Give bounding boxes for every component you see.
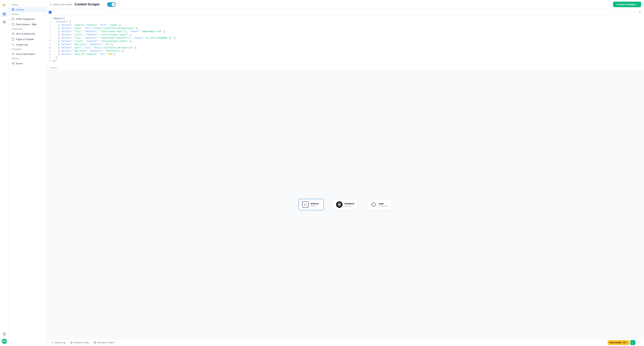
- sidebar-item-db-icon[interactable]: [1, 19, 8, 25]
- svg-rect-4: [4, 13, 6, 14]
- resp-node-type: Response: [378, 205, 388, 207]
- simulation-output-icon: [94, 341, 96, 344]
- output-log-tab[interactable]: Output Log: [50, 340, 68, 344]
- headless-node-name: headless: [344, 202, 354, 205]
- code-line: 6 { "action": "click", "selector": "butt…: [46, 33, 644, 37]
- svg-point-7: [3, 21, 6, 22]
- run-check-button[interactable]: ✓: [630, 340, 635, 345]
- run-model-button[interactable]: Run model ⌘↵: [608, 340, 630, 345]
- sidebar-item-pages-embeds[interactable]: Pages & Embeds: [9, 37, 46, 42]
- user-avatar[interactable]: MW: [2, 339, 7, 344]
- svg-rect-16: [12, 18, 14, 20]
- sidebar-item-activity-log[interactable]: Activity Log: [9, 42, 46, 47]
- output-log-label: Output Log: [55, 341, 66, 344]
- sharing-section-label: Sharing: [9, 57, 46, 61]
- back-button[interactable]: Back to all models: [50, 3, 72, 6]
- code-line: 3 { "action": "capture_response", "url":…: [46, 24, 644, 27]
- notes-bar: # Notes: [46, 65, 644, 70]
- code-line: 8 { "action": "click", "selector": "butt…: [46, 40, 644, 43]
- notes-icon[interactable]: [1, 331, 8, 337]
- content-area: − ⤢ ⊞ 1 =Object({ 2 "actions": [ 3 { "ac…: [46, 9, 644, 339]
- canvas-label: Canvas: [16, 8, 24, 11]
- run-more-button[interactable]: ⋯: [636, 340, 641, 345]
- testing-section-label: Testing: [9, 12, 46, 16]
- sidebar-item-icon-description[interactable]: Icon & Description: [9, 51, 46, 57]
- code-editor-toolbar: − ⤢ ⊞: [46, 9, 644, 16]
- svg-rect-5: [3, 14, 4, 15]
- pages-embeds-label: Pages & Embeds: [16, 38, 34, 41]
- activity-log-icon: [12, 43, 14, 46]
- run-model-shortcut: ⌘↵: [622, 341, 627, 344]
- svg-line-24: [12, 64, 13, 64]
- response-data-icon: [70, 341, 73, 344]
- svg-rect-3: [3, 13, 4, 14]
- connecting-section-label: Connecting: [9, 27, 46, 31]
- sidebar-item-canvas[interactable]: Canvas: [9, 7, 46, 12]
- expand-button[interactable]: ⤢: [632, 10, 636, 15]
- pages-embeds-icon: [12, 38, 14, 41]
- svg-rect-19: [12, 38, 14, 40]
- flow-node-headless[interactable]: headless Browser: [332, 199, 358, 210]
- data-pipeline-label: Data Pipeline: [16, 23, 30, 26]
- more-options-icon[interactable]: ⋯: [102, 3, 105, 6]
- apis-webhooks-label: API's & Webhooks: [16, 33, 35, 35]
- page-title: Content Scraper: [75, 3, 100, 6]
- svg-rect-15: [13, 10, 14, 11]
- flow-container: { } actions Object →: [298, 199, 392, 210]
- svg-point-27: [338, 204, 340, 205]
- icon-bar: MW: [0, 0, 9, 346]
- editor-actions: − ⤢ ⊞: [626, 10, 642, 15]
- sidebar: Editing Canvas Testing HTML Playground D…: [9, 0, 46, 346]
- html-playground-icon: [12, 18, 14, 20]
- code-content[interactable]: 1 =Object({ 2 "actions": [ 3 { "action":…: [46, 16, 644, 65]
- sidebar-item-canvas-icon[interactable]: [1, 11, 8, 17]
- svg-line-23: [12, 63, 13, 63]
- sidebar-item-export[interactable]: Export: [9, 61, 46, 66]
- data-pipeline-badge: Beta: [31, 23, 37, 26]
- code-line: 5 { "action": "fill", "selector": "input…: [46, 30, 644, 33]
- commit-button[interactable]: Commit changes...: [613, 2, 641, 7]
- code-line: 4 { "action": "goto", "url": "https://pl…: [46, 27, 644, 30]
- settings-button[interactable]: ⊞: [638, 10, 642, 15]
- response-data-tab[interactable]: Response Data: [68, 340, 91, 344]
- app-logo[interactable]: [2, 2, 7, 8]
- canvas-area[interactable]: { } actions Object →: [46, 70, 644, 339]
- code-line: 10 { "action": "goto", "url": "https://p…: [46, 46, 644, 50]
- svg-marker-18: [12, 33, 14, 34]
- export-label: Export: [16, 62, 23, 65]
- svg-rect-17: [12, 23, 14, 26]
- minimize-button[interactable]: −: [626, 10, 630, 15]
- flow-arrow-1: →: [324, 203, 332, 207]
- enable-toggle[interactable]: ⚡: [107, 2, 116, 7]
- code-block-indicator: [49, 11, 52, 14]
- actions-node-name: actions: [310, 202, 319, 205]
- simulation-output-tab[interactable]: Simulation Output: [92, 340, 116, 344]
- actions-node-icon: { }: [302, 201, 309, 208]
- code-editor: − ⤢ ⊞ 1 =Object({ 2 "actions": [ 3 { "ac…: [46, 9, 644, 70]
- sidebar-item-data-pipeline[interactable]: Data Pipeline Beta: [9, 22, 46, 27]
- flow-node-actions[interactable]: { } actions Object: [298, 199, 324, 210]
- code-line: 13 ]: [46, 56, 644, 59]
- packaging-section-label: Packaging: [9, 47, 46, 51]
- headless-node-type: Browser: [344, 205, 354, 207]
- resp-node-icon: [370, 201, 377, 208]
- svg-point-20: [12, 63, 12, 64]
- back-label: Back to all models: [53, 3, 72, 6]
- flow-arrow-2: →: [358, 203, 367, 207]
- code-line: 9 { "action": "get_html", "selector": "h…: [46, 43, 644, 46]
- svg-rect-6: [4, 14, 6, 15]
- code-line: 12 { "action": "wait_for_timeout", "ms":…: [46, 53, 644, 56]
- svg-rect-13: [13, 9, 14, 9]
- icon-description-icon: [12, 53, 14, 55]
- main-content: Back to all models Content Scraper ⋯ ⚡ C…: [46, 0, 644, 346]
- html-playground-label: HTML Playground: [16, 18, 34, 20]
- svg-point-22: [13, 64, 14, 64]
- svg-point-32: [71, 342, 72, 343]
- headless-node-info: headless Browser: [344, 202, 354, 207]
- flow-node-resp[interactable]: resp Response: [367, 199, 392, 210]
- sidebar-item-apis-webhooks[interactable]: API's & Webhooks: [9, 31, 46, 37]
- svg-rect-33: [94, 342, 96, 343]
- canvas-icon: [12, 8, 14, 11]
- run-model-label: Run model: [610, 341, 621, 344]
- sidebar-item-html-playground[interactable]: HTML Playground: [9, 16, 46, 22]
